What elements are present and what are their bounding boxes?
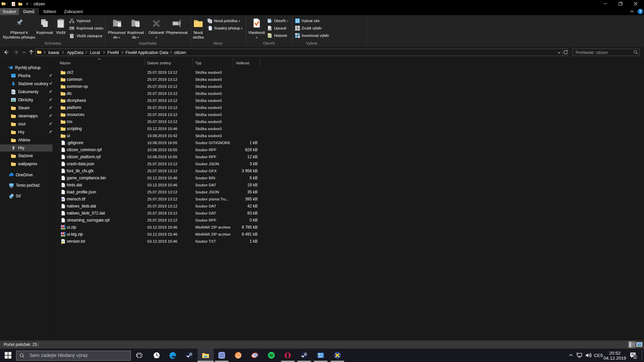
svg-text:?: ? [639,9,642,13]
svg-text:W.: W. [70,27,72,29]
svg-text:A: A [62,198,64,201]
svg-text:1: 1 [634,355,636,359]
